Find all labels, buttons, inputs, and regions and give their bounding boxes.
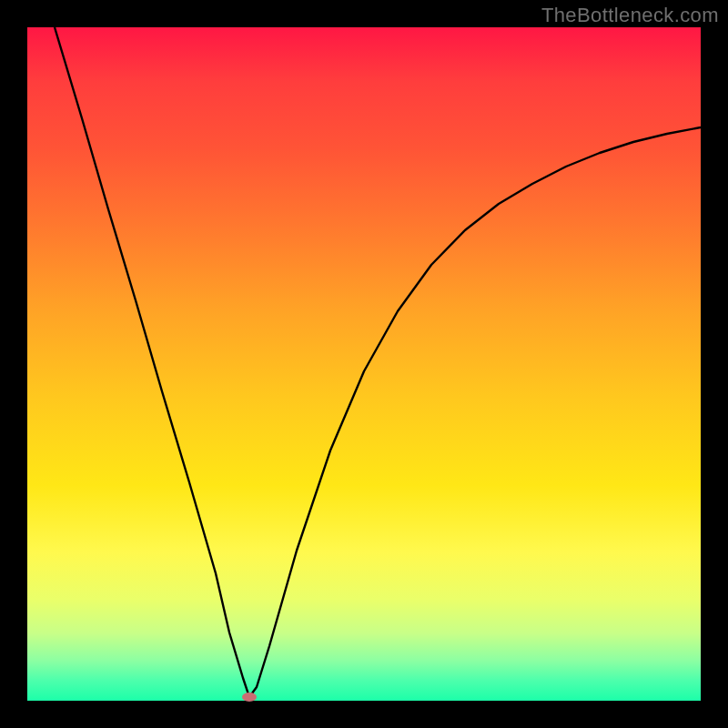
chart-frame: TheBottleneck.com	[0, 0, 728, 728]
watermark-text: TheBottleneck.com	[541, 4, 719, 27]
plot-area	[27, 27, 701, 701]
bottleneck-curve	[55, 27, 701, 697]
optimal-point-marker	[242, 693, 257, 702]
curve-svg	[27, 27, 701, 701]
